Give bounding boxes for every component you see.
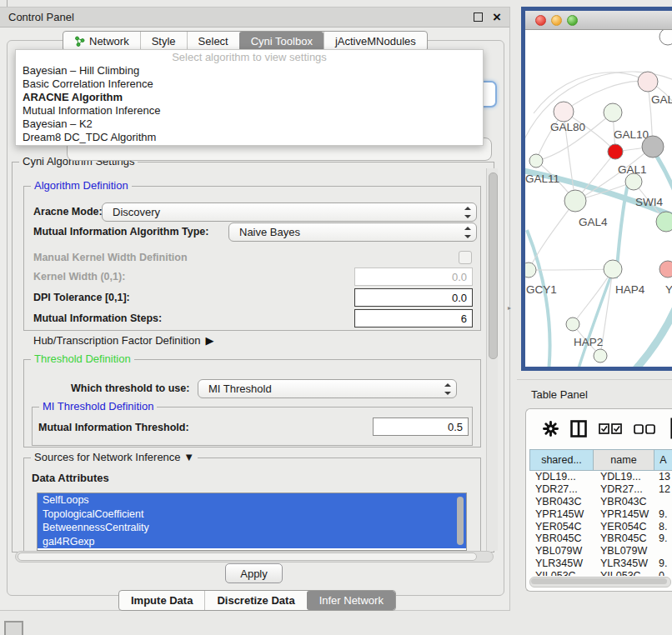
dropdown-item-aracne-algorithm[interactable]: ARACNE Algorithm — [16, 91, 483, 104]
mi-threshold-field[interactable] — [373, 418, 469, 436]
float-panel-icon[interactable] — [474, 12, 483, 22]
mi-type-label: Mutual Information Algorithm Type: — [33, 226, 208, 238]
column-header-name[interactable]: name — [594, 449, 654, 471]
dropdown-item-bayesian-k2[interactable]: Bayesian – K2 — [16, 118, 483, 131]
table-cell: YBL079W — [529, 545, 594, 558]
table-header-row: shared...nameA — [529, 449, 672, 471]
network-node[interactable] — [594, 349, 607, 362]
control-panel-titlebar: Control Panel × — [0, 8, 509, 28]
data-attributes-list[interactable]: SelfLoopsTopologicalCoefficientBetweenne… — [37, 492, 467, 551]
table-cell — [654, 545, 672, 558]
tab-infer-network[interactable]: Infer Network — [307, 591, 395, 610]
mi-type-value: Naive Bayes — [239, 226, 464, 238]
network-node-gal80[interactable] — [554, 102, 574, 122]
collapsed-arrow-icon: ▶ — [205, 334, 213, 347]
mi-type-combo[interactable]: Naive Bayes — [228, 222, 477, 242]
which-threshold-combo[interactable]: MI Threshold — [198, 379, 457, 398]
close-window-icon[interactable] — [535, 15, 546, 26]
kernel-width-field[interactable] — [354, 268, 473, 286]
zoom-window-icon[interactable] — [567, 15, 578, 26]
network-node-swi4[interactable] — [625, 173, 642, 190]
network-edge[interactable] — [573, 269, 613, 324]
list-item-betweennesscentrality[interactable]: BetweennessCentrality — [38, 521, 466, 535]
table-cell: YDL19... — [529, 471, 594, 483]
sources-group-title[interactable]: Sources for Network Inference ▼ — [31, 451, 198, 463]
network-node-gal[interactable] — [638, 72, 658, 92]
table-row[interactable]: YDL19...YDL19...13 — [529, 471, 672, 483]
network-node[interactable] — [656, 212, 672, 232]
network-view-window: GALGAL80GAL10GAL1SWI4GAL11GAL4GCY1HAP4YH… — [521, 7, 672, 371]
network-node-gal4[interactable] — [564, 190, 586, 212]
network-icon — [74, 36, 85, 47]
hub-section-toggle[interactable]: Hub/Transcription Factor Definition▶ — [33, 334, 213, 347]
algorithm-dropdown-list[interactable]: Select algorithm to view settings Bayesi… — [15, 49, 484, 146]
network-window-titlebar[interactable] — [525, 11, 672, 30]
tab-select[interactable]: Select — [187, 32, 239, 51]
settings-vertical-scrollbar[interactable] — [486, 168, 498, 551]
dropdown-item-dream8-dc-tdc-algorithm[interactable]: Dream8 DC_TDC Algorithm — [16, 131, 483, 144]
table-row[interactable]: YBR045CYBR045C9. — [529, 532, 672, 545]
table-row[interactable]: YBL079WYBL079W — [529, 545, 672, 558]
split-columns-icon[interactable] — [570, 420, 587, 441]
network-node-gal11[interactable] — [529, 154, 543, 168]
table-horizontal-scrollbar[interactable] — [529, 577, 671, 588]
close-panel-icon[interactable]: × — [493, 13, 501, 22]
table-row[interactable]: YPR145WYPR145W9. — [529, 508, 672, 521]
table-cell: 8. — [654, 521, 672, 533]
mi-steps-field[interactable] — [354, 309, 473, 328]
apply-button[interactable]: Apply — [225, 563, 283, 583]
table-row[interactable]: YLR345WYLR345W9. — [529, 558, 672, 570]
deselect-all-checkboxes-icon[interactable] — [634, 422, 655, 438]
table-body[interactable]: YDL19...YDL19...13YDR27...YDR27...12YBR0… — [529, 471, 672, 576]
network-canvas[interactable]: GALGAL80GAL10GAL1SWI4GAL11GAL4GCY1HAP4YH… — [525, 30, 672, 367]
node-label-gal10: GAL10 — [614, 128, 649, 141]
table-cell: YIL053C — [594, 570, 654, 576]
network-node[interactable] — [659, 30, 672, 45]
stepper-icon — [464, 227, 471, 238]
select-all-checkboxes-icon[interactable] — [599, 422, 622, 438]
settings-horizontal-scrollbar[interactable] — [15, 551, 494, 562]
column-header-a[interactable]: A — [654, 449, 672, 471]
network-node[interactable] — [642, 136, 664, 158]
dropdown-item-basic-correlation-inference[interactable]: Basic Correlation Inference — [16, 78, 483, 91]
column-header-shared[interactable]: shared... — [529, 449, 594, 471]
dropdown-item-bayesian-hill-climbing[interactable]: Bayesian – Hill Climbing — [16, 64, 483, 78]
dropdown-item-mutual-information-inference[interactable]: Mutual Information Inference — [16, 104, 483, 118]
list-item-gal4rgexp[interactable]: gal4RGexp — [38, 535, 466, 549]
network-edge[interactable] — [632, 305, 672, 367]
table-row[interactable]: YIL053CYIL053C0. — [529, 570, 672, 576]
network-node-hap2[interactable] — [566, 318, 579, 331]
table-row[interactable]: YBR043CYBR043C — [529, 496, 672, 508]
manual-kernel-checkbox[interactable] — [459, 251, 472, 264]
node-label-gal11: GAL11 — [525, 172, 559, 185]
expanded-arrow-icon: ▼ — [183, 451, 194, 463]
list-scrollbar-thumb[interactable] — [457, 497, 464, 545]
network-node-y[interactable] — [659, 261, 672, 278]
table-cell — [654, 496, 672, 508]
node-label-swi4: SWI4 — [635, 196, 663, 208]
node-label-gal: GAL — [651, 93, 672, 106]
table-row[interactable]: YDR27...YDR27...12 — [529, 483, 672, 496]
list-item-selfloops[interactable]: SelfLoops — [38, 493, 466, 508]
network-edge[interactable] — [527, 230, 550, 367]
minimized-panel-icon[interactable] — [4, 621, 23, 635]
panel-splitter-handle[interactable]: ▸ — [508, 304, 511, 312]
network-node-gal10[interactable] — [604, 103, 622, 122]
aracne-mode-combo[interactable]: Discovery — [102, 202, 477, 222]
gear-icon[interactable] — [543, 421, 559, 440]
tab-style[interactable]: Style — [140, 32, 187, 51]
network-node-hap4[interactable] — [604, 260, 622, 278]
list-item-topologicalcoefficient[interactable]: TopologicalCoefficient — [38, 508, 466, 522]
network-node-gcy1[interactable] — [525, 262, 536, 278]
network-edge[interactable] — [657, 157, 672, 201]
tab-jactivemnodules[interactable]: jActiveMNodules — [323, 32, 427, 51]
tab-discretize-data[interactable]: Discretize Data — [204, 591, 306, 610]
network-node[interactable] — [608, 144, 623, 159]
table-row[interactable]: YER054CYER054C8. — [529, 521, 672, 533]
table-cell: YER054C — [529, 521, 594, 533]
tab-cyni-toolbox[interactable]: Cyni Toolbox — [239, 32, 323, 51]
minimize-window-icon[interactable] — [551, 15, 562, 26]
tab-network[interactable]: Network — [63, 32, 140, 51]
tab-impute-data[interactable]: Impute Data — [119, 591, 204, 610]
dpi-tolerance-field[interactable] — [354, 288, 473, 307]
